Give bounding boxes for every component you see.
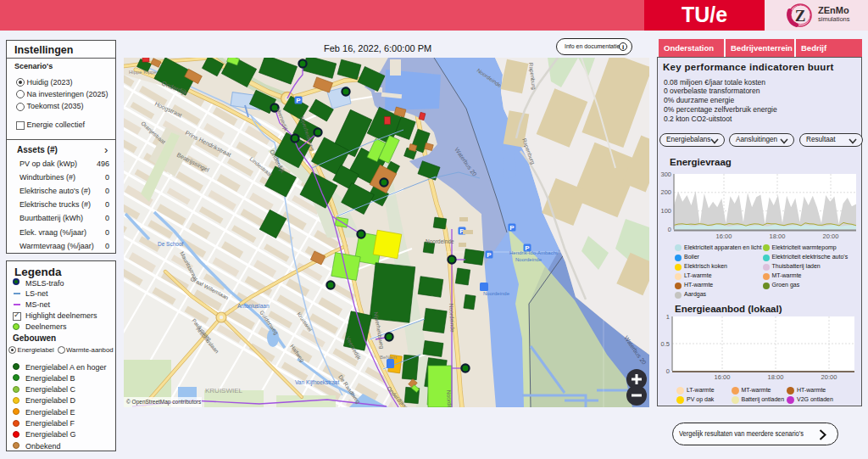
- svg-text:Noordeinde: Noordeinde: [426, 238, 454, 244]
- svg-text:Van Kijfhoekstraat: Van Kijfhoekstraat: [295, 379, 339, 386]
- svg-text:0: 0: [666, 367, 670, 375]
- svg-text:Z: Z: [795, 7, 806, 25]
- svg-text:Antoniuslaan: Antoniuslaan: [237, 303, 270, 309]
- svg-text:100: 100: [660, 207, 671, 215]
- svg-text:simulations: simulations: [818, 15, 850, 23]
- svg-text:16:00: 16:00: [716, 232, 732, 240]
- svg-text:P: P: [487, 251, 492, 259]
- svg-text:ZEnMo: ZEnMo: [818, 5, 849, 15]
- svg-text:1: 1: [666, 313, 670, 321]
- svg-text:300: 300: [660, 171, 671, 178]
- svg-text:20:00: 20:00: [823, 232, 839, 240]
- svg-text:KRUISWIEL: KRUISWIEL: [205, 387, 243, 395]
- svg-text:Noordeinde: Noordeinde: [446, 390, 453, 407]
- svg-text:200: 200: [660, 188, 671, 196]
- svg-text:Hendrik-Ido-Ambacht: Hendrik-Ido-Ambacht: [509, 250, 558, 255]
- svg-text:BeNem: BeNem: [380, 355, 397, 360]
- svg-text:Hippe Kippe: Hippe Kippe: [129, 70, 157, 75]
- svg-text:18:00: 18:00: [770, 232, 786, 240]
- svg-text:20:00: 20:00: [821, 373, 837, 381]
- svg-text:0: 0: [668, 226, 671, 233]
- svg-text:P: P: [296, 97, 301, 104]
- svg-text:16:00: 16:00: [715, 373, 731, 381]
- svg-text:© OpenStreetMap contributors: © OpenStreetMap contributors: [126, 399, 202, 406]
- svg-text:De Schoof: De Schoof: [158, 241, 184, 247]
- svg-text:P: P: [509, 224, 515, 232]
- svg-text:0.5: 0.5: [661, 340, 670, 348]
- svg-text:Noordeinde: Noordeinde: [483, 291, 510, 296]
- svg-text:18:00: 18:00: [768, 373, 784, 381]
- svg-text:Noordeinde: Noordeinde: [515, 257, 542, 262]
